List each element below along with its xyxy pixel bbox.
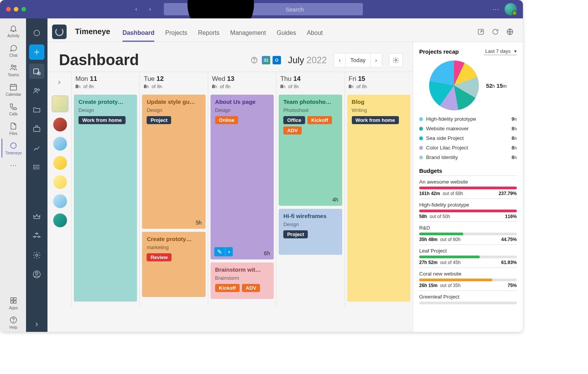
app-logo [52, 25, 67, 39]
project-swatch[interactable] [53, 156, 67, 170]
rail-help[interactable]: Help [2, 313, 24, 332]
reload-icon[interactable] [492, 28, 499, 36]
today-button[interactable]: Today [346, 53, 371, 67]
budget-row[interactable]: Leaf Project 27h 52m out of 45h61.93% [419, 244, 517, 267]
legend-row[interactable]: Color Lilac Project 8h [419, 143, 517, 153]
calendar-column[interactable]: Update style gu… Design Project5hCreate … [139, 92, 207, 307]
card-subtitle: Photoshoot [283, 107, 337, 113]
rail-files[interactable]: Files [2, 119, 24, 138]
time-entry-card[interactable]: Create prototy… Design Work from home [74, 95, 137, 302]
user-thumbnail[interactable] [52, 95, 69, 112]
card-tags: Online [215, 116, 269, 124]
search-bar[interactable] [164, 3, 363, 15]
calendar-column[interactable]: Team photosho… Photoshoot OfficeKickoffA… [276, 92, 344, 307]
project-swatch[interactable] [53, 137, 67, 151]
calendar-column[interactable]: About Us page Design Online6h✎▾Brainstor… [208, 92, 276, 307]
more-icon[interactable]: ⋯ [492, 5, 499, 13]
budget-row[interactable]: Greenleaf Project [419, 290, 517, 308]
legend-value: 8h [511, 145, 517, 151]
tab-guides[interactable]: Guides [277, 30, 296, 42]
legend-row[interactable]: High-fidelity prototype 9h [419, 114, 517, 124]
time-entry-card[interactable]: Blog Writing Work from home [347, 95, 410, 302]
tab-projects[interactable]: Projects [165, 30, 187, 42]
help-icon[interactable] [250, 56, 258, 64]
vrail-settings[interactable] [29, 248, 44, 263]
rail-activity[interactable]: Activity [2, 21, 24, 40]
time-entry-card[interactable]: Team photosho… Photoshoot OfficeKickoffA… [279, 95, 342, 206]
legend-row[interactable]: Brand Identity 8h [419, 153, 517, 162]
rail-teams[interactable]: Teams [2, 61, 24, 79]
avatar[interactable] [505, 3, 517, 15]
budget-row[interactable]: Coral new website 26h 15m out of 35h75% [419, 267, 517, 290]
time-entry-card[interactable]: Brainstorm wit… Brainstorm KickoffADV [211, 262, 274, 299]
budget-row[interactable]: R&D 35h 48m out of 80h44.75% [419, 221, 517, 244]
outlook-icon[interactable]: O [273, 56, 281, 64]
rail-calls[interactable]: Calls [2, 100, 24, 118]
prev-week-button[interactable]: ‹ [334, 53, 346, 67]
project-swatch[interactable] [53, 213, 67, 227]
project-swatch[interactable] [53, 118, 67, 131]
vrail-logo[interactable] [29, 25, 44, 41]
vrail-briefcase[interactable] [29, 121, 44, 136]
tag: Work from home [78, 116, 126, 124]
vrail-add[interactable] [29, 44, 44, 60]
google-calendar-icon[interactable]: 31 [262, 56, 270, 64]
tab-management[interactable]: Management [230, 30, 266, 42]
day-label: Fri 15 [349, 75, 409, 83]
card-edit-button[interactable]: ✎▾ [214, 247, 233, 256]
svg-point-26 [34, 165, 34, 166]
rail-more[interactable]: ⋯ [2, 158, 24, 172]
search-input[interactable] [286, 6, 358, 13]
project-swatch[interactable] [53, 175, 67, 189]
budget-values: 35h 48m out of 80h44.75% [419, 237, 517, 242]
vrail-integrations[interactable] [29, 228, 44, 244]
globe-icon[interactable] [506, 28, 514, 36]
vrail-crown[interactable] [29, 209, 44, 225]
budget-row[interactable]: High-fidelity prototype 58h out of 50h11… [419, 198, 517, 221]
budget-values: 58h out of 50h116% [419, 214, 517, 219]
popout-icon[interactable] [477, 28, 485, 36]
legend-row[interactable]: Sea side Project 8h [419, 133, 517, 143]
rail-label: Calls [9, 112, 18, 116]
vrail-list[interactable] [29, 159, 44, 175]
project-swatch[interactable] [53, 194, 67, 208]
time-entry-card[interactable]: Create prototy… marketing Review [142, 232, 205, 297]
vrail-collapse[interactable]: › [29, 317, 44, 332]
vrail-dashboard[interactable] [29, 64, 44, 79]
expand-sidebar-button[interactable] [47, 72, 71, 92]
budget-row[interactable]: An awesome website 161h 42m out of 68h23… [419, 176, 517, 198]
day-label: Thu 14 [280, 75, 340, 83]
forward-button[interactable]: › [144, 3, 156, 15]
gear-icon [392, 57, 399, 64]
tab-dashboard[interactable]: Dashboard [122, 30, 155, 42]
legend-swatch [419, 146, 423, 150]
tag: Review [147, 253, 172, 261]
svg-point-8 [11, 143, 16, 149]
rail-calendar[interactable]: Calendar [2, 80, 24, 99]
time-entry-card[interactable]: About Us page Design Online6h✎▾ [211, 95, 274, 259]
vrail-reports[interactable] [29, 140, 44, 156]
tag: Office [283, 116, 305, 124]
legend-row[interactable]: Website makeover 8h [419, 124, 517, 133]
tag: ADV [283, 126, 301, 135]
tab-about[interactable]: About [307, 30, 323, 42]
dashboard-settings-button[interactable] [389, 53, 403, 67]
next-week-button[interactable]: › [371, 53, 382, 67]
minimize-window-icon[interactable] [14, 7, 18, 11]
rail-timeneye[interactable]: Timeneye [2, 139, 24, 157]
recap-range-selector[interactable]: Last 7 days [484, 48, 517, 55]
vrail-profile[interactable] [29, 267, 44, 282]
tab-reports[interactable]: Reports [198, 30, 219, 42]
vrail-folder[interactable] [29, 102, 44, 117]
rail-apps[interactable]: Apps [2, 294, 24, 312]
time-entry-card[interactable]: Update style gu… Design Project5h [142, 95, 205, 229]
back-button[interactable]: ‹ [130, 3, 142, 15]
card-title: Team photosho… [283, 98, 337, 105]
rail-chat[interactable]: Chat [2, 41, 24, 60]
calendar-column[interactable]: Create prototy… Design Work from home [71, 92, 139, 307]
maximize-window-icon[interactable] [21, 7, 26, 11]
time-entry-card[interactable]: Hi-fi wireframes Design Project [279, 209, 342, 255]
close-window-icon[interactable] [6, 7, 11, 11]
vrail-team[interactable] [29, 83, 44, 98]
calendar-column[interactable]: Blog Writing Work from home [345, 92, 413, 307]
